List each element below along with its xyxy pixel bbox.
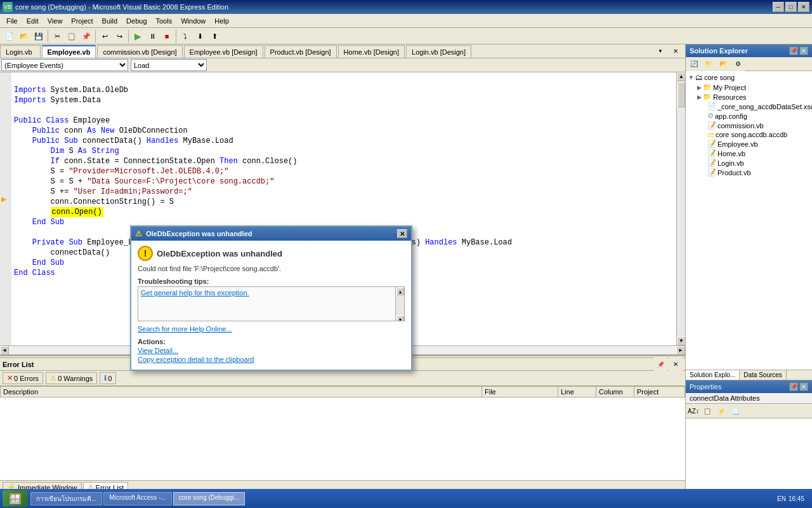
- taskbar-item-access[interactable]: Microsoft Access -...: [103, 492, 171, 505]
- minimize-button[interactable]: ─: [773, 2, 784, 12]
- file-icon: 📝: [707, 121, 716, 130]
- new-button[interactable]: 📄: [3, 29, 16, 43]
- tab-employeedesign[interactable]: Employee.vb [Design]: [184, 45, 263, 58]
- tree-accdb[interactable]: 🗃 core song.accdb.accdb: [687, 130, 811, 139]
- tree-root[interactable]: ▼ 🗂 core song: [687, 72, 811, 83]
- redo-button[interactable]: ↪: [112, 29, 126, 43]
- tab-logindesign[interactable]: Login.vb [Design]: [406, 45, 471, 58]
- properties-panel: Properties 📌 ✕ connectData Attributes AZ…: [686, 380, 812, 494]
- col-column: Column: [596, 387, 634, 398]
- scroll-right-btn[interactable]: ►: [676, 346, 685, 355]
- menu-file[interactable]: File: [3, 16, 22, 26]
- close-tab-btn[interactable]: ✕: [669, 44, 683, 58]
- menu-debug[interactable]: Debug: [122, 16, 150, 26]
- scroll-thumb[interactable]: [678, 82, 685, 107]
- maximize-button[interactable]: □: [785, 2, 797, 12]
- toolbar-sep-2: [95, 30, 96, 43]
- menu-tools[interactable]: Tools: [152, 16, 176, 26]
- start-button[interactable]: ▶: [131, 29, 145, 43]
- dialog-warning-icon: !: [138, 246, 153, 261]
- tree-productvb[interactable]: 📝 Product.vb: [687, 168, 811, 177]
- file-icon: 🗃: [707, 131, 714, 138]
- menu-project[interactable]: Project: [67, 16, 96, 26]
- app-icon: VB: [3, 2, 13, 12]
- panel-tabs: Solution Explo... Data Sources: [686, 370, 812, 380]
- dropdown-arrow[interactable]: ▼: [653, 44, 667, 58]
- step-into-button[interactable]: ⬇: [193, 29, 207, 43]
- props-pin-btn[interactable]: 📌: [789, 382, 798, 391]
- tips-scrollbar[interactable]: ▲ ▼: [395, 287, 404, 321]
- close-button[interactable]: ✕: [798, 2, 809, 12]
- code-line-7: Dim S As String: [14, 147, 119, 156]
- expand-icon: ▶: [697, 84, 702, 91]
- tree-item-label: My Project: [713, 84, 746, 91]
- se-collapse-btn[interactable]: 📁: [702, 57, 716, 71]
- solution-explorer-controls: 📌 ✕: [789, 46, 808, 55]
- menu-edit[interactable]: Edit: [23, 16, 43, 26]
- se-pin-btn[interactable]: 📌: [789, 46, 798, 55]
- method-dropdown[interactable]: Load: [131, 59, 207, 71]
- props-sort-btn[interactable]: AZ↕: [687, 405, 700, 417]
- step-out-button[interactable]: ⬆: [207, 29, 221, 43]
- save-button[interactable]: 💾: [32, 29, 46, 43]
- class-dropdown[interactable]: (Employee Events): [1, 59, 128, 71]
- cut-button[interactable]: ✂: [50, 29, 64, 43]
- tree-loginvb[interactable]: 📝 Login.vb: [687, 158, 811, 168]
- error-panel-pin[interactable]: 📌: [653, 358, 667, 371]
- errors-filter-btn[interactable]: ✕ 0 Errors: [3, 372, 43, 384]
- scroll-down-btn[interactable]: ▼: [677, 337, 685, 345]
- props-close-btn[interactable]: ✕: [799, 382, 808, 391]
- search-help-link[interactable]: Search for more Help Online...: [138, 325, 405, 333]
- menu-view[interactable]: View: [44, 16, 67, 26]
- tree-resources[interactable]: ▶ 📁 Resources: [687, 92, 811, 102]
- props-custom-btn[interactable]: ⚡: [715, 405, 728, 417]
- menu-help[interactable]: Help: [211, 16, 233, 26]
- dialog-close-button[interactable]: ✕: [397, 229, 407, 238]
- props-property-pages-btn[interactable]: 📃: [729, 405, 742, 417]
- error-panel-close[interactable]: ✕: [669, 358, 683, 371]
- tab-loginvb[interactable]: Login.vb: [0, 45, 41, 58]
- tab-data-sources[interactable]: Data Sources: [740, 370, 787, 380]
- code-vertical-scrollbar[interactable]: ▲ ▼: [676, 72, 685, 345]
- troubleshooting-title: Troubleshooting tips:: [138, 277, 405, 285]
- file-icon: 📝: [707, 140, 716, 148]
- tree-myproject[interactable]: ▶ 📁 My Project: [687, 83, 811, 92]
- props-category-btn[interactable]: 📋: [701, 405, 714, 417]
- se-properties-btn[interactable]: ⚙: [731, 57, 745, 71]
- open-button[interactable]: 📂: [17, 29, 31, 43]
- se-refresh-btn[interactable]: 🔄: [687, 57, 701, 71]
- menu-build[interactable]: Build: [98, 16, 121, 26]
- se-close-btn[interactable]: ✕: [799, 46, 808, 55]
- warnings-filter-btn[interactable]: ⚠ 0 Warnings: [46, 372, 97, 384]
- pause-button[interactable]: ⏸: [145, 29, 159, 43]
- tips-link-1[interactable]: Get general help for this exception.: [138, 287, 404, 298]
- taskbar-item-vb[interactable]: การเขียนโปรแกรมคิ...: [30, 492, 102, 505]
- tab-solution-explorer[interactable]: Solution Explo...: [686, 370, 740, 380]
- tab-homedesign[interactable]: Home.vb [Design]: [338, 45, 405, 58]
- paste-button[interactable]: 📌: [79, 29, 93, 43]
- copy-button[interactable]: 📋: [65, 29, 79, 43]
- code-line-17: connectData(): [14, 248, 110, 257]
- tab-commissiondesign[interactable]: commission.vb [Design]: [97, 45, 182, 58]
- taskbar-item-debug[interactable]: core song (Debuggi...: [173, 492, 246, 505]
- view-detail-link[interactable]: View Detail...: [138, 347, 405, 354]
- stop-button[interactable]: ■: [160, 29, 174, 43]
- code-line-13: conn.Open(): [14, 208, 103, 217]
- tree-homevb[interactable]: 📝 Home.vb: [687, 149, 811, 158]
- tab-productdesign[interactable]: Product.vb [Design]: [265, 45, 337, 58]
- copy-exception-link[interactable]: Copy exception detail to the clipboard: [138, 356, 405, 363]
- tree-employeevb[interactable]: 📝 Employee.vb: [687, 139, 811, 149]
- tree-dataset[interactable]: 📄 _core_song_accdbDataSet.xsd: [687, 102, 811, 111]
- tab-employeevb[interactable]: Employee.vb: [42, 45, 96, 58]
- step-over-button[interactable]: ⤵: [178, 29, 192, 43]
- scroll-up-btn[interactable]: ▲: [677, 72, 685, 81]
- info-filter-btn[interactable]: ℹ 0: [100, 372, 116, 384]
- start-button[interactable]: 🪟: [3, 490, 28, 507]
- se-show-all-btn[interactable]: 📂: [716, 57, 730, 71]
- scroll-left-btn[interactable]: ◄: [0, 346, 9, 355]
- menu-window[interactable]: Window: [177, 16, 209, 26]
- tree-appconfig[interactable]: ⚙ app.config: [687, 111, 811, 121]
- exception-dialog: ⚠ OleDbException was unhandled ✕ ! OleDb…: [130, 225, 412, 371]
- undo-button[interactable]: ↩: [98, 29, 112, 43]
- tree-commissionvb[interactable]: 📝 commission.vb: [687, 121, 811, 130]
